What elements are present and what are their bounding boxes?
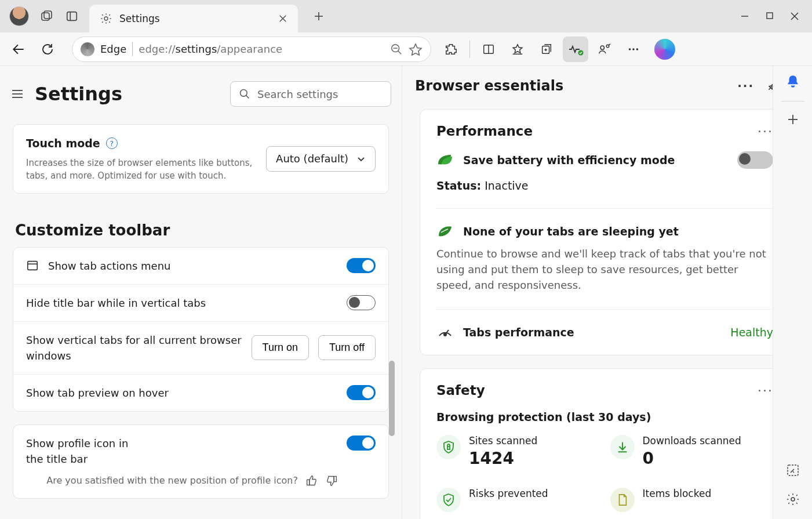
tabs-performance-label: Tabs performance bbox=[463, 326, 574, 339]
svg-rect-38 bbox=[307, 480, 309, 485]
svg-rect-2 bbox=[67, 12, 77, 21]
svg-point-29 bbox=[632, 48, 635, 50]
hide-titlebar-toggle[interactable] bbox=[347, 295, 376, 310]
svg-rect-36 bbox=[28, 262, 38, 270]
split-screen-icon[interactable] bbox=[476, 37, 501, 62]
stat-items-blocked: Items blocked bbox=[610, 488, 774, 512]
stat-risks-prevented: Risks prevented bbox=[436, 488, 600, 512]
svg-rect-45 bbox=[447, 447, 450, 449]
downloads-label: Downloads scanned bbox=[643, 435, 741, 447]
browser-toolbar: Edge edge://settings/appearance bbox=[0, 32, 812, 66]
tabs-performance-status: Healthy bbox=[730, 326, 773, 339]
thumbs-down-icon[interactable] bbox=[326, 475, 337, 487]
workspaces-icon[interactable] bbox=[34, 3, 59, 29]
extensions-icon[interactable] bbox=[438, 37, 464, 62]
vertical-tabs-label: Show vertical tabs for all current brows… bbox=[26, 332, 242, 364]
essentials-title: Browser essentials bbox=[415, 78, 563, 94]
leaf-icon bbox=[436, 151, 454, 169]
tab-close-icon[interactable] bbox=[278, 14, 287, 23]
new-tab-button[interactable] bbox=[306, 3, 332, 29]
tab-settings[interactable]: Settings bbox=[89, 5, 298, 32]
svg-line-16 bbox=[398, 50, 402, 54]
tab-preview-label: Show tab preview on hover bbox=[26, 385, 337, 401]
refresh-button[interactable] bbox=[35, 37, 60, 62]
favorite-star-icon[interactable] bbox=[409, 42, 423, 56]
performance-heading: Performance bbox=[436, 124, 533, 139]
sites-label: Sites scanned bbox=[469, 435, 537, 447]
efficiency-mode-toggle[interactable] bbox=[737, 151, 773, 169]
browser-essentials-icon[interactable] bbox=[563, 37, 588, 62]
tab-preview-toggle[interactable] bbox=[347, 385, 376, 400]
shield-icon bbox=[436, 435, 461, 459]
svg-point-34 bbox=[241, 90, 247, 97]
profile-avatar[interactable] bbox=[9, 6, 29, 26]
minimize-button[interactable] bbox=[740, 12, 749, 21]
tab-actions-toggle[interactable] bbox=[347, 258, 376, 273]
svg-point-4 bbox=[104, 17, 108, 20]
svg-point-51 bbox=[791, 498, 795, 501]
protection-subhead: Browsing protection (last 30 days) bbox=[436, 411, 773, 423]
tab-strip: Settings bbox=[89, 0, 332, 32]
shield-check-icon bbox=[436, 488, 461, 512]
status-label: Status: bbox=[436, 179, 481, 192]
status-dot-icon bbox=[578, 50, 584, 56]
close-window-button[interactable] bbox=[790, 12, 799, 21]
search-settings-input[interactable]: Search settings bbox=[230, 81, 391, 107]
battery-mode-label: Save battery with efficiency mode bbox=[463, 154, 675, 166]
zoom-out-icon[interactable] bbox=[390, 43, 403, 56]
safety-more-icon[interactable]: ··· bbox=[758, 383, 773, 398]
profile-icon-label: Show profile icon in the title bar bbox=[26, 435, 130, 467]
svg-point-28 bbox=[629, 48, 631, 50]
sidebar-settings-icon[interactable] bbox=[786, 492, 800, 506]
turn-on-button[interactable]: Turn on bbox=[252, 335, 309, 360]
safety-heading: Safety bbox=[436, 383, 485, 398]
settings-scrollbar[interactable] bbox=[389, 361, 395, 436]
maximize-button[interactable] bbox=[766, 12, 774, 21]
copilot-icon[interactable] bbox=[654, 39, 675, 60]
settings-pane: Settings Search settings Touch mode ? In… bbox=[0, 66, 402, 519]
more-menu-icon[interactable] bbox=[621, 37, 646, 62]
svg-point-27 bbox=[606, 45, 609, 48]
chevron-down-icon bbox=[356, 154, 366, 164]
dropdown-value: Auto (default) bbox=[276, 153, 348, 165]
touch-mode-title: Touch mode bbox=[26, 135, 100, 152]
customize-toolbar-card: Show tab actions menu Hide title bar whi… bbox=[13, 247, 389, 412]
gauge-icon bbox=[436, 324, 454, 341]
sleep-leaf-icon bbox=[436, 223, 454, 240]
tab-title: Settings bbox=[119, 13, 160, 24]
collections-icon[interactable] bbox=[534, 37, 559, 62]
svg-marker-20 bbox=[513, 44, 522, 53]
help-icon[interactable]: ? bbox=[106, 137, 118, 149]
tab-actions-icon[interactable] bbox=[59, 3, 85, 29]
profile-icon-toggle[interactable] bbox=[347, 435, 376, 451]
edge-logo-icon bbox=[81, 42, 94, 56]
essentials-more-icon[interactable]: ··· bbox=[737, 79, 754, 93]
account-switch-icon[interactable] bbox=[592, 37, 617, 62]
performance-more-icon[interactable]: ··· bbox=[758, 124, 773, 139]
section-customize-toolbar: Customize toolbar bbox=[15, 222, 389, 239]
svg-marker-17 bbox=[410, 44, 421, 55]
panel-icon bbox=[26, 259, 39, 272]
search-placeholder: Search settings bbox=[257, 88, 338, 100]
svg-point-26 bbox=[600, 46, 604, 49]
turn-off-button[interactable]: Turn off bbox=[318, 335, 376, 360]
screenshot-icon[interactable] bbox=[786, 463, 800, 477]
address-divider bbox=[132, 42, 133, 56]
window-controls bbox=[740, 12, 807, 21]
thumbs-up-icon[interactable] bbox=[306, 475, 318, 487]
sleeping-body: Continue to browse and we'll keep track … bbox=[436, 246, 773, 293]
window-titlebar: Settings bbox=[0, 0, 812, 32]
address-bar[interactable]: Edge edge://settings/appearance bbox=[72, 37, 431, 62]
settings-menu-icon[interactable] bbox=[10, 87, 24, 101]
notifications-icon[interactable] bbox=[785, 74, 800, 89]
favorites-icon[interactable] bbox=[505, 37, 530, 62]
svg-rect-39 bbox=[334, 476, 336, 481]
svg-rect-10 bbox=[767, 13, 773, 19]
sidebar-add-icon[interactable] bbox=[786, 113, 799, 126]
back-button[interactable] bbox=[6, 37, 31, 62]
search-icon bbox=[239, 88, 250, 100]
risks-label: Risks prevented bbox=[469, 488, 548, 499]
profile-icon-card: Show profile icon in the title bar Are y… bbox=[13, 424, 389, 499]
feedback-question: Are you satisfied with the new position … bbox=[46, 474, 298, 488]
touch-mode-dropdown[interactable]: Auto (default) bbox=[266, 146, 376, 172]
